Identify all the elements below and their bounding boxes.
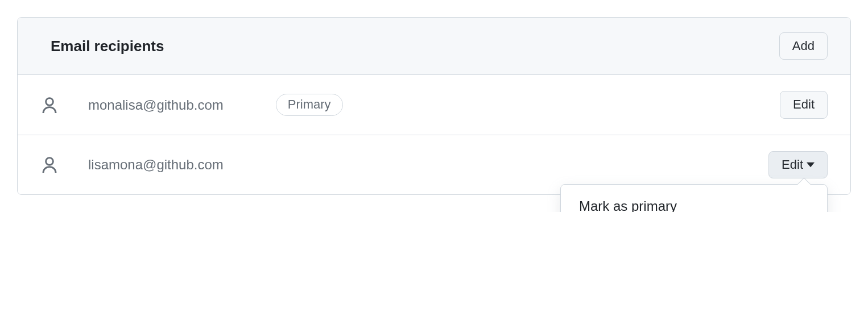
person-icon: [40, 96, 59, 114]
edit-dropdown-button[interactable]: Edit: [768, 151, 828, 178]
recipient-email: monalisa@github.com: [88, 97, 224, 113]
email-recipients-panel: Email recipients Add monalisa@github.com…: [17, 17, 851, 195]
primary-badge: Primary: [276, 94, 343, 116]
panel-title: Email recipients: [51, 38, 164, 55]
person-icon: [40, 156, 59, 174]
recipient-row: lisamona@github.com Edit Mark as primary…: [18, 135, 850, 194]
recipient-actions: Edit: [780, 91, 828, 118]
recipient-actions: Edit Mark as primary Remove: [768, 151, 828, 178]
recipient-row: monalisa@github.com Primary Edit: [18, 75, 850, 135]
panel-header: Email recipients Add: [18, 18, 850, 75]
add-button[interactable]: Add: [779, 32, 828, 60]
edit-button[interactable]: Edit: [780, 91, 828, 118]
recipient-info: monalisa@github.com Primary: [40, 94, 780, 116]
caret-down-icon: [807, 161, 815, 169]
recipient-email: lisamona@github.com: [88, 157, 224, 173]
svg-point-1: [46, 158, 53, 165]
recipient-info: lisamona@github.com: [40, 156, 768, 174]
edit-button-label: Edit: [782, 157, 803, 172]
mark-primary-menu-item[interactable]: Mark as primary: [568, 192, 820, 212]
edit-dropdown-menu: Mark as primary Remove: [560, 184, 828, 212]
svg-point-0: [46, 98, 53, 105]
